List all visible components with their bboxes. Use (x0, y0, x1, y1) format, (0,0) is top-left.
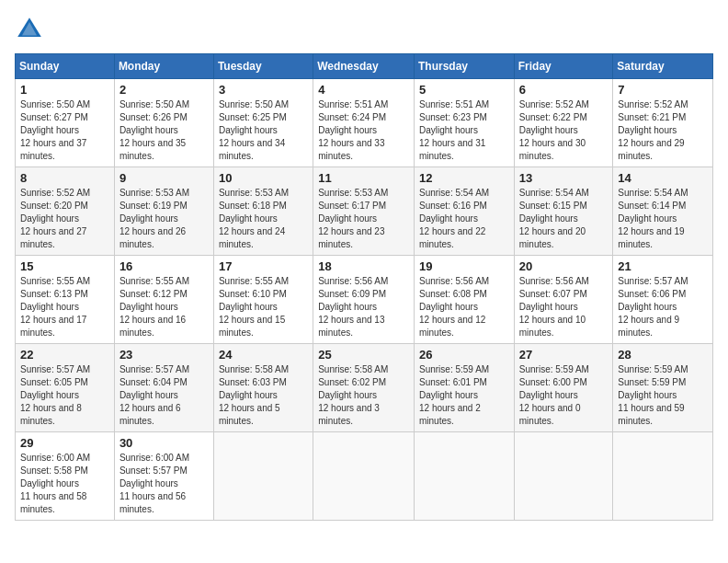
calendar-cell: 2Sunrise: 5:50 AMSunset: 6:26 PMDaylight… (114, 79, 213, 167)
day-info: Sunrise: 5:54 AMSunset: 6:14 PMDaylight … (618, 187, 708, 251)
day-info: Sunrise: 5:50 AMSunset: 6:26 PMDaylight … (119, 98, 209, 163)
calendar-cell: 7Sunrise: 5:52 AMSunset: 6:21 PMDaylight… (613, 79, 713, 167)
day-header-saturday: Saturday (613, 54, 713, 79)
day-info: Sunrise: 5:59 AMSunset: 6:00 PMDaylight … (519, 363, 609, 428)
day-info: Sunrise: 5:52 AMSunset: 6:20 PMDaylight … (20, 187, 109, 251)
day-number: 17 (219, 259, 308, 273)
day-number: 7 (618, 83, 708, 97)
day-info: Sunrise: 5:55 AMSunset: 6:12 PMDaylight … (119, 275, 209, 339)
day-number: 26 (419, 348, 509, 362)
day-header-tuesday: Tuesday (213, 54, 313, 79)
calendar-cell (415, 432, 515, 521)
day-number: 20 (519, 259, 609, 273)
calendar-table: SundayMondayTuesdayWednesdayThursdayFrid… (15, 53, 713, 521)
day-info: Sunrise: 5:56 AMSunset: 6:07 PMDaylight … (519, 275, 609, 339)
calendar-cell: 12Sunrise: 5:54 AMSunset: 6:16 PMDayligh… (415, 167, 515, 256)
day-number: 30 (119, 436, 209, 450)
calendar-cell: 10Sunrise: 5:53 AMSunset: 6:18 PMDayligh… (213, 167, 313, 256)
calendar-cell: 27Sunrise: 5:59 AMSunset: 6:00 PMDayligh… (514, 344, 613, 432)
calendar-cell: 24Sunrise: 5:58 AMSunset: 6:03 PMDayligh… (213, 344, 313, 432)
calendar-cell: 23Sunrise: 5:57 AMSunset: 6:04 PMDayligh… (114, 344, 213, 432)
day-number: 15 (20, 259, 109, 273)
calendar-cell: 17Sunrise: 5:55 AMSunset: 6:10 PMDayligh… (213, 256, 313, 344)
calendar-cell: 5Sunrise: 5:51 AMSunset: 6:23 PMDaylight… (415, 79, 515, 167)
day-number: 3 (219, 83, 308, 97)
calendar-cell: 29Sunrise: 6:00 AMSunset: 5:58 PMDayligh… (16, 432, 115, 521)
day-info: Sunrise: 5:53 AMSunset: 6:18 PMDaylight … (219, 187, 308, 251)
day-info: Sunrise: 6:00 AMSunset: 5:57 PMDaylight … (119, 452, 209, 516)
calendar-cell: 20Sunrise: 5:56 AMSunset: 6:07 PMDayligh… (514, 256, 613, 344)
day-info: Sunrise: 5:52 AMSunset: 6:22 PMDaylight … (519, 98, 609, 163)
calendar-cell: 15Sunrise: 5:55 AMSunset: 6:13 PMDayligh… (16, 256, 115, 344)
calendar-cell: 13Sunrise: 5:54 AMSunset: 6:15 PMDayligh… (514, 167, 613, 256)
calendar-cell (514, 432, 613, 521)
day-info: Sunrise: 5:55 AMSunset: 6:10 PMDaylight … (219, 275, 308, 339)
logo-icon (15, 15, 44, 44)
calendar-header-row: SundayMondayTuesdayWednesdayThursdayFrid… (16, 54, 713, 79)
day-header-monday: Monday (114, 54, 213, 79)
day-number: 16 (119, 259, 209, 273)
day-header-thursday: Thursday (415, 54, 515, 79)
calendar-cell: 14Sunrise: 5:54 AMSunset: 6:14 PMDayligh… (613, 167, 713, 256)
calendar-week-5: 29Sunrise: 6:00 AMSunset: 5:58 PMDayligh… (16, 432, 713, 521)
day-number: 8 (20, 171, 109, 185)
day-info: Sunrise: 5:56 AMSunset: 6:08 PMDaylight … (419, 275, 509, 339)
day-info: Sunrise: 5:53 AMSunset: 6:19 PMDaylight … (119, 187, 209, 251)
day-info: Sunrise: 5:50 AMSunset: 6:27 PMDaylight … (20, 98, 109, 163)
calendar-cell: 9Sunrise: 5:53 AMSunset: 6:19 PMDaylight… (114, 167, 213, 256)
calendar-cell: 28Sunrise: 5:59 AMSunset: 5:59 PMDayligh… (613, 344, 713, 432)
day-info: Sunrise: 5:59 AMSunset: 6:01 PMDaylight … (419, 363, 509, 428)
day-number: 6 (519, 83, 609, 97)
calendar-week-3: 15Sunrise: 5:55 AMSunset: 6:13 PMDayligh… (16, 256, 713, 344)
day-number: 5 (419, 83, 509, 97)
day-header-sunday: Sunday (16, 54, 115, 79)
day-info: Sunrise: 5:58 AMSunset: 6:03 PMDaylight … (219, 363, 308, 428)
day-header-wednesday: Wednesday (313, 54, 415, 79)
day-number: 19 (419, 259, 509, 273)
logo (15, 15, 48, 44)
calendar-cell: 21Sunrise: 5:57 AMSunset: 6:06 PMDayligh… (613, 256, 713, 344)
day-info: Sunrise: 5:51 AMSunset: 6:24 PMDaylight … (318, 98, 409, 163)
day-number: 25 (318, 348, 409, 362)
day-number: 13 (519, 171, 609, 185)
day-info: Sunrise: 5:56 AMSunset: 6:09 PMDaylight … (318, 275, 409, 339)
day-number: 29 (20, 436, 109, 450)
calendar-week-1: 1Sunrise: 5:50 AMSunset: 6:27 PMDaylight… (16, 79, 713, 167)
day-number: 10 (219, 171, 308, 185)
calendar-cell: 8Sunrise: 5:52 AMSunset: 6:20 PMDaylight… (16, 167, 115, 256)
calendar-cell: 19Sunrise: 5:56 AMSunset: 6:08 PMDayligh… (415, 256, 515, 344)
calendar-cell: 18Sunrise: 5:56 AMSunset: 6:09 PMDayligh… (313, 256, 415, 344)
day-info: Sunrise: 5:53 AMSunset: 6:17 PMDaylight … (318, 187, 409, 251)
day-number: 22 (20, 348, 109, 362)
calendar-week-2: 8Sunrise: 5:52 AMSunset: 6:20 PMDaylight… (16, 167, 713, 256)
day-info: Sunrise: 5:52 AMSunset: 6:21 PMDaylight … (618, 98, 708, 163)
day-info: Sunrise: 5:54 AMSunset: 6:15 PMDaylight … (519, 187, 609, 251)
calendar-cell (613, 432, 713, 521)
day-info: Sunrise: 5:57 AMSunset: 6:04 PMDaylight … (119, 363, 209, 428)
day-info: Sunrise: 5:50 AMSunset: 6:25 PMDaylight … (219, 98, 308, 163)
calendar-cell: 22Sunrise: 5:57 AMSunset: 6:05 PMDayligh… (16, 344, 115, 432)
day-number: 9 (119, 171, 209, 185)
day-number: 23 (119, 348, 209, 362)
calendar-week-4: 22Sunrise: 5:57 AMSunset: 6:05 PMDayligh… (16, 344, 713, 432)
calendar-cell: 25Sunrise: 5:58 AMSunset: 6:02 PMDayligh… (313, 344, 415, 432)
calendar-cell: 1Sunrise: 5:50 AMSunset: 6:27 PMDaylight… (16, 79, 115, 167)
calendar-cell (313, 432, 415, 521)
day-info: Sunrise: 6:00 AMSunset: 5:58 PMDaylight … (20, 452, 109, 516)
page-header (15, 15, 713, 44)
day-number: 12 (419, 171, 509, 185)
calendar-cell: 11Sunrise: 5:53 AMSunset: 6:17 PMDayligh… (313, 167, 415, 256)
calendar-cell: 6Sunrise: 5:52 AMSunset: 6:22 PMDaylight… (514, 79, 613, 167)
day-number: 24 (219, 348, 308, 362)
day-number: 4 (318, 83, 409, 97)
day-number: 14 (618, 171, 708, 185)
day-info: Sunrise: 5:51 AMSunset: 6:23 PMDaylight … (419, 98, 509, 163)
day-info: Sunrise: 5:57 AMSunset: 6:06 PMDaylight … (618, 275, 708, 339)
calendar-cell: 4Sunrise: 5:51 AMSunset: 6:24 PMDaylight… (313, 79, 415, 167)
day-info: Sunrise: 5:55 AMSunset: 6:13 PMDaylight … (20, 275, 109, 339)
day-info: Sunrise: 5:58 AMSunset: 6:02 PMDaylight … (318, 363, 409, 428)
day-header-friday: Friday (514, 54, 613, 79)
calendar-cell: 30Sunrise: 6:00 AMSunset: 5:57 PMDayligh… (114, 432, 213, 521)
day-number: 11 (318, 171, 409, 185)
calendar-cell (213, 432, 313, 521)
